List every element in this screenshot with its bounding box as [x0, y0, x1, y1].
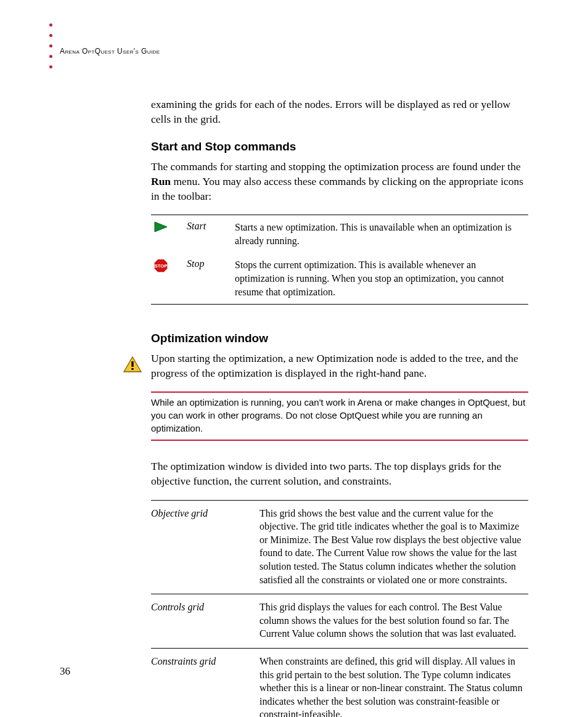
commands-table: Start Starts a new optimization. This is… [151, 215, 528, 305]
running-head: Arena OptQuest User's Guide [60, 47, 160, 55]
command-name: Stop [187, 253, 235, 304]
bullet-dot [49, 23, 52, 27]
run-menu-name: Run [151, 175, 171, 187]
grids-table: Objective grid This grid shows the best … [151, 500, 528, 717]
section-heading-start-stop: Start and Stop commands [151, 140, 528, 154]
bullet-dot [49, 65, 52, 68]
page: Arena OptQuest User's Guide examining th… [0, 0, 588, 717]
text-fragment: The commands for starting and stopping t… [151, 160, 521, 173]
cell-icon [151, 215, 187, 253]
optimization-window-para1: Upon starting the optimization, a new Op… [151, 351, 528, 380]
svg-rect-1 [131, 361, 133, 367]
grid-desc: This grid shows the best value and the c… [259, 500, 528, 594]
command-desc: Stops the current optimization. This is … [235, 253, 528, 304]
play-icon [153, 221, 183, 233]
table-row: STOP Stop Stops the current optimization… [151, 253, 528, 304]
stop-icon: STOP [153, 258, 183, 273]
page-number: 36 [60, 665, 70, 678]
svg-text:STOP: STOP [155, 263, 167, 269]
bullet-dot [49, 44, 52, 47]
running-head-text: Arena OptQuest User's Guide [60, 47, 160, 55]
bullet-dot [49, 34, 52, 37]
command-name: Start [187, 215, 235, 253]
table-row: Constraints grid When constraints are de… [151, 649, 528, 718]
grid-name: Constraints grid [151, 649, 259, 718]
content-column: examining the grids for each of the node… [151, 97, 528, 717]
warning-note-text: While an optimization is running, you ca… [151, 396, 528, 435]
section-heading-optimization-window: Optimization window [151, 332, 528, 345]
text-fragment: menu. You may also access these commands… [151, 175, 523, 202]
grid-name: Objective grid [151, 500, 259, 594]
margin-bullets [49, 23, 52, 68]
warning-icon [123, 356, 142, 375]
command-desc: Starts a new optimization. This is unava… [235, 215, 528, 253]
cell-icon: STOP [151, 253, 187, 304]
grid-desc: When constraints are defined, this grid … [259, 649, 528, 718]
table-row: Controls grid This grid displays the val… [151, 594, 528, 649]
bullet-dot [49, 55, 52, 58]
table-row: Start Starts a new optimization. This is… [151, 215, 528, 253]
intro-paragraph: examining the grids for each of the node… [151, 97, 528, 126]
optimization-window-para2: The optimization window is divided into … [151, 459, 528, 488]
start-stop-paragraph: The commands for starting and stopping t… [151, 160, 528, 203]
grid-name: Controls grid [151, 594, 259, 649]
svg-marker-3 [155, 222, 167, 232]
grid-desc: This grid displays the values for each c… [259, 594, 528, 649]
table-row: Objective grid This grid shows the best … [151, 500, 528, 594]
svg-rect-2 [131, 368, 133, 370]
warning-note: While an optimization is running, you ca… [151, 391, 528, 441]
